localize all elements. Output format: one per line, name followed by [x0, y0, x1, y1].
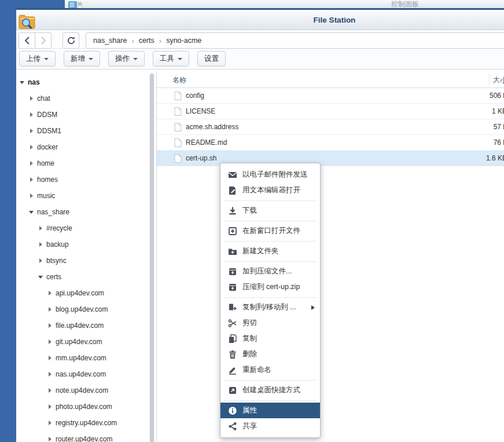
context-menu-item[interactable]: 重新命名	[220, 362, 320, 378]
sidebar-folder-item[interactable]: chat	[16, 90, 156, 107]
expand-arrow-icon[interactable]	[20, 81, 24, 84]
column-divider[interactable]	[489, 74, 490, 85]
breadcrumb-segment[interactable]: syno-acme	[166, 36, 201, 45]
sidebar-folder-item[interactable]: homes	[16, 171, 156, 188]
sidebar-folder-item[interactable]: api.up4dev.com	[16, 285, 156, 301]
file-row[interactable]: acme.sh.address 57 b	[157, 119, 504, 135]
sidebar-folder-item[interactable]: nas_share	[16, 204, 156, 220]
menu-separator	[224, 400, 317, 401]
action-button[interactable]: 操作	[108, 51, 145, 67]
expand-arrow-icon[interactable]	[49, 339, 51, 344]
context-menu-item[interactable]: 共享	[220, 418, 320, 434]
expand-arrow-icon[interactable]	[30, 96, 33, 101]
context-menu-item[interactable]: 剪切	[220, 315, 320, 331]
expand-arrow-icon[interactable]	[30, 161, 33, 166]
sidebar-folder-item[interactable]: router.up4dev.com	[16, 431, 156, 442]
sidebar-folder-item[interactable]: file.up4dev.com	[16, 317, 156, 334]
expand-arrow-icon[interactable]	[49, 404, 51, 409]
expand-arrow-icon[interactable]	[49, 323, 51, 328]
sidebar-folder-item[interactable]: note.up4dev.com	[16, 382, 156, 399]
context-menu-item[interactable]: 新建文件夹	[220, 243, 320, 259]
expand-arrow-icon[interactable]	[49, 356, 51, 360]
file-row[interactable]: cert-up.sh 1.6 KB	[157, 151, 504, 166]
expand-arrow-icon[interactable]	[30, 112, 33, 117]
refresh-button[interactable]	[62, 32, 79, 49]
sidebar-folder-item[interactable]: nas	[16, 74, 156, 90]
sidebar-folder-item[interactable]: music	[16, 188, 156, 204]
new-folder-icon	[227, 247, 237, 256]
expand-arrow-icon[interactable]	[49, 372, 51, 377]
expand-arrow-icon[interactable]	[49, 388, 51, 393]
expand-arrow-icon[interactable]	[30, 193, 33, 198]
context-menu-item[interactable]: 创建桌面快捷方式	[220, 382, 320, 398]
context-menu-item[interactable]: 复制	[220, 331, 320, 346]
folder-name: btsync	[46, 257, 67, 265]
sidebar-folder-item[interactable]: DDSM	[16, 107, 156, 123]
column-header-size[interactable]: 大小	[493, 72, 504, 88]
sidebar-folder-item[interactable]: git.up4dev.com	[16, 334, 156, 350]
sidebar-folder-item[interactable]: blog.up4dev.com	[16, 301, 156, 317]
caret-down-icon	[178, 58, 182, 60]
expand-arrow-icon[interactable]	[49, 307, 51, 312]
sidebar-folder-item[interactable]: home	[16, 155, 156, 171]
menu-item-label: 重新命名	[242, 365, 271, 375]
scrollbar-thumb[interactable]	[150, 74, 154, 442]
menu-item-label: 删除	[242, 349, 257, 359]
expand-arrow-icon[interactable]	[39, 242, 42, 247]
sidebar-scrollbar[interactable]	[149, 73, 154, 442]
breadcrumb[interactable]: nas_share›certs›syno-acme	[86, 32, 504, 49]
sidebar-folder-item[interactable]: certs	[16, 269, 156, 285]
upload-button[interactable]: 上传	[19, 51, 56, 67]
menu-item-label: 属性	[242, 406, 257, 415]
file-row[interactable]: config 506 b	[157, 88, 504, 104]
context-menu-item[interactable]: 属性	[220, 403, 320, 418]
forward-button[interactable]	[35, 32, 51, 49]
sidebar-folder-item[interactable]: registry.up4dev.com	[16, 415, 156, 431]
file-row[interactable]: LICENSE 1 KB	[157, 104, 504, 119]
expand-arrow-icon[interactable]	[30, 129, 33, 133]
back-button[interactable]	[19, 32, 35, 49]
settings-button[interactable]: 设置	[197, 51, 226, 67]
context-menu: 以电子邮件附件发送 用文本编辑器打开 下载 在新窗口打开文件 新建文件夹 加到压…	[220, 163, 321, 438]
expand-arrow-icon[interactable]	[49, 291, 51, 295]
breadcrumb-segment[interactable]: certs	[139, 36, 154, 45]
file-row[interactable]: README.md 76 b	[157, 135, 504, 151]
sidebar-folder-item[interactable]: mm.up4dev.com	[16, 350, 156, 366]
file-size: 76 b	[494, 138, 504, 147]
expand-arrow-icon[interactable]	[39, 226, 42, 231]
sidebar-folder-item[interactable]: DDSM1	[16, 123, 156, 139]
context-menu-item[interactable]: 压缩到 cert-up.zip	[220, 279, 320, 295]
expand-arrow-icon[interactable]	[38, 276, 43, 279]
context-menu-item[interactable]: 用文本编辑器打开	[220, 182, 320, 198]
menu-separator	[224, 380, 317, 381]
expand-arrow-icon[interactable]	[39, 258, 42, 263]
tools-button[interactable]: 工具	[153, 51, 189, 67]
sidebar-folder-item[interactable]: btsync	[16, 253, 156, 269]
context-menu-item[interactable]: 复制到/移动到 ...	[220, 299, 320, 315]
background-window-titlebar[interactable]: 控制面板	[65, 0, 504, 8]
expand-arrow-icon[interactable]	[30, 145, 33, 149]
menu-item-label: 用文本编辑器打开	[242, 185, 300, 195]
expand-arrow-icon[interactable]	[49, 421, 51, 425]
shortcut-icon	[227, 386, 237, 395]
sidebar-folder-item[interactable]: #recycle	[16, 220, 156, 236]
column-header-name[interactable]: 名称	[172, 72, 186, 88]
context-menu-item[interactable]: 下载	[220, 203, 320, 218]
expand-arrow-icon[interactable]	[49, 437, 51, 441]
create-button[interactable]: 新增	[64, 51, 100, 67]
context-menu-item[interactable]: 在新窗口打开文件	[220, 223, 320, 239]
context-menu-item[interactable]: 删除	[220, 346, 320, 362]
file-icon	[174, 92, 182, 100]
context-menu-item[interactable]: 以电子邮件附件发送	[220, 167, 320, 182]
sidebar-folder-item[interactable]: nas.up4dev.com	[16, 366, 156, 382]
sidebar-folder-item[interactable]: docker	[16, 139, 156, 155]
expand-arrow-icon[interactable]	[29, 211, 34, 214]
sidebar-folder-item[interactable]: photo.up4dev.com	[16, 399, 156, 415]
sidebar-folder-item[interactable]: backup	[16, 236, 156, 253]
breadcrumb-segment[interactable]: nas_share	[93, 36, 127, 45]
menu-separator	[224, 261, 317, 262]
menu-separator	[224, 241, 317, 242]
title-bar[interactable]: File Station	[16, 10, 504, 30]
context-menu-item[interactable]: 加到压缩文件...	[220, 264, 320, 279]
expand-arrow-icon[interactable]	[30, 177, 33, 182]
